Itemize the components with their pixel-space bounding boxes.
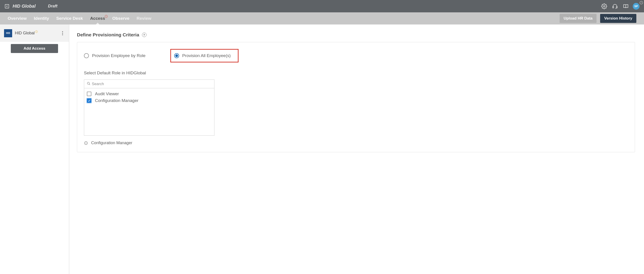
book-icon[interactable] <box>623 3 629 9</box>
radio-provision-all[interactable]: Provision All Employee(s) <box>174 53 231 58</box>
svg-point-6 <box>641 3 641 3</box>
alert-icon <box>105 14 108 17</box>
svg-point-16 <box>87 82 89 84</box>
section-title: Define Provisioning Criteria ? <box>77 32 635 37</box>
upload-hr-data-button[interactable]: Upload HR Data <box>560 14 596 23</box>
role-item-label: Audit Viewer <box>95 91 119 96</box>
radio-label: Provision All Employee(s) <box>182 53 231 58</box>
search-icon <box>87 82 90 86</box>
top-header: HID Global Draft SP <box>0 0 644 12</box>
svg-point-14 <box>62 33 63 34</box>
radio-provision-by-role[interactable]: Provision Employee by Role <box>84 53 146 58</box>
sidebar-app-row[interactable]: HID HID Global <box>0 24 69 42</box>
version-history-button[interactable]: Version History <box>600 14 636 23</box>
svg-rect-3 <box>616 6 617 8</box>
selected-role-chip: Configuration Manager <box>84 140 628 145</box>
role-item-label: Configuration Manager <box>95 98 138 103</box>
alert-icon[interactable] <box>640 1 643 4</box>
draft-label: Draft <box>48 4 58 8</box>
tab-service-desk[interactable]: Service Desk <box>56 12 83 24</box>
warning-icon <box>35 29 38 32</box>
svg-rect-2 <box>613 6 614 8</box>
tab-observe[interactable]: Observe <box>112 12 130 24</box>
svg-point-12 <box>36 32 37 32</box>
body: HID HID Global Add Access Define Provisi… <box>0 24 644 274</box>
role-search-input[interactable] <box>92 82 212 86</box>
gear-icon[interactable] <box>601 3 607 9</box>
add-access-button[interactable]: Add Access <box>11 44 58 53</box>
app-logo: HID <box>4 29 12 37</box>
exit-icon[interactable] <box>4 4 10 9</box>
checkbox-icon <box>87 92 91 96</box>
criteria-panel: Provision Employee by Role Provision All… <box>77 42 635 152</box>
tab-access[interactable]: Access <box>90 12 105 24</box>
sidebar: HID HID Global Add Access <box>0 24 69 274</box>
avatar[interactable]: SP <box>633 3 640 10</box>
svg-rect-0 <box>5 4 9 8</box>
default-role-label: Select Default Role in HIDGlobal <box>84 71 628 75</box>
tab-identity[interactable]: Identity <box>34 12 49 24</box>
svg-point-1 <box>604 5 605 7</box>
radio-icon <box>84 53 89 58</box>
radio-icon <box>174 53 179 58</box>
svg-point-15 <box>62 34 63 35</box>
headset-icon[interactable] <box>612 3 618 9</box>
checkbox-icon <box>87 98 91 103</box>
more-icon[interactable] <box>60 31 65 35</box>
help-icon[interactable]: ? <box>142 32 146 37</box>
svg-point-13 <box>62 31 63 32</box>
role-select-box: Audit Viewer Configuration Manager <box>84 80 214 136</box>
svg-line-17 <box>89 84 90 85</box>
radio-label: Provision Employee by Role <box>92 53 146 58</box>
role-item-configuration-manager[interactable]: Configuration Manager <box>87 97 212 104</box>
role-search-row <box>84 80 214 88</box>
chip-label: Configuration Manager <box>91 140 132 145</box>
tab-overview[interactable]: Overview <box>8 12 27 24</box>
sidebar-app-name: HID Global <box>15 31 35 35</box>
role-list: Audit Viewer Configuration Manager <box>84 88 214 136</box>
provision-radio-group: Provision Employee by Role Provision All… <box>84 49 628 62</box>
app-title: HID Global <box>12 3 36 9</box>
highlight-box: Provision All Employee(s) <box>170 49 238 62</box>
tab-review[interactable]: Review <box>136 12 151 24</box>
tab-bar: Overview Identity Service Desk Access Ob… <box>0 12 644 24</box>
role-item-audit-viewer[interactable]: Audit Viewer <box>87 91 212 97</box>
main-content: Define Provisioning Criteria ? Provision… <box>69 24 644 274</box>
remove-icon[interactable] <box>84 141 88 145</box>
